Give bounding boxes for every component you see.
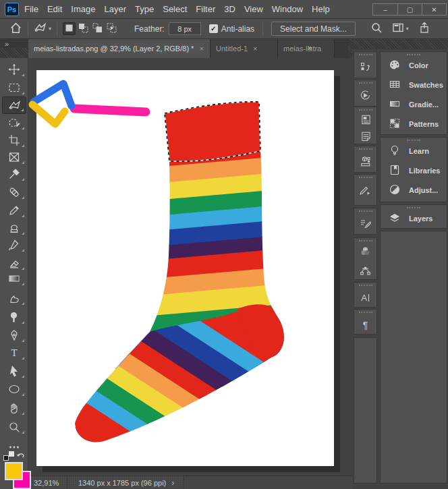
zoom-level-field[interactable]: 32,91% (28, 476, 67, 489)
menu-3d[interactable]: 3D (224, 4, 235, 14)
type-tool[interactable]: T (2, 344, 26, 362)
paragraph-icon: ¶ (354, 313, 376, 336)
pencil-tool[interactable] (2, 202, 26, 219)
panel-label: Gradie... (409, 100, 439, 109)
subtract-from-selection-icon (92, 23, 103, 35)
clone-stamp-tool[interactable] (2, 219, 26, 237)
zoom-tool[interactable] (2, 418, 26, 436)
foreground-color-swatch[interactable] (5, 462, 23, 480)
close-tab-icon[interactable]: × (199, 45, 203, 53)
history-panel-button[interactable] (354, 51, 377, 78)
subtract-from-selection-button[interactable] (91, 22, 104, 35)
canvas-pasteboard[interactable] (28, 58, 352, 476)
menu-view[interactable]: View (244, 4, 263, 14)
patterns-icon (389, 117, 401, 131)
panel-drag-texture (0, 48, 28, 58)
channels-icon[interactable] (354, 241, 376, 260)
panel-button-layers[interactable]: Layers (381, 208, 447, 228)
menu-layer[interactable]: Layer (105, 4, 127, 14)
path-selection-tool[interactable] (2, 362, 26, 380)
frame-tool[interactable] (2, 148, 26, 166)
menu-type[interactable]: Type (135, 4, 154, 14)
select-and-mask-button[interactable]: Select and Mask... (271, 22, 356, 36)
search-icon (370, 22, 383, 36)
minimize-button[interactable]: – (373, 4, 397, 15)
eyedropper-tool[interactable] (2, 165, 26, 183)
active-tool-preset[interactable]: ▾ (34, 22, 51, 36)
dodge-tool[interactable] (2, 308, 26, 326)
intersect-selection-button[interactable] (105, 22, 118, 35)
panel-button-color[interactable]: Color (381, 55, 447, 75)
add-to-selection-icon (78, 23, 88, 35)
sock-image (36, 70, 334, 466)
panel-label: Learn (409, 147, 429, 155)
paths-icon[interactable] (354, 260, 376, 279)
add-to-selection-button[interactable] (77, 22, 90, 35)
menu-window[interactable]: Window (272, 4, 303, 14)
brushes-panel-button[interactable] (354, 208, 377, 235)
pen-tool[interactable] (2, 326, 26, 344)
character-panel-button[interactable]: A (354, 282, 377, 308)
actions-panel-button[interactable] (354, 80, 377, 107)
properties-icon[interactable] (354, 111, 376, 127)
tab-meias-listra[interactable]: meias-listra (278, 39, 335, 58)
menu-filter[interactable]: Filter (196, 4, 215, 14)
history-brush-tool[interactable] (2, 236, 26, 254)
tab-overflow-icon[interactable]: » (308, 43, 311, 53)
object-selection-tool[interactable] (2, 114, 26, 132)
antialias-checkbox[interactable]: ✓ (209, 24, 218, 33)
workspace-button[interactable]: ▾ (392, 22, 409, 36)
expand-tools-icon[interactable]: » (5, 40, 7, 48)
crop-tool[interactable] (2, 132, 26, 149)
marquee-tool[interactable] (2, 79, 26, 96)
home-button[interactable] (9, 22, 22, 36)
panel-label: Adjust... (409, 186, 438, 194)
panel-button-libraries[interactable]: Libraries (381, 161, 447, 180)
notes-icon[interactable] (354, 127, 376, 144)
menu-select[interactable]: Select (163, 4, 187, 14)
tab-meias-listradas[interactable]: meias-listradas.png @ 32,9% (Layer 2, RG… (28, 39, 211, 58)
home-icon (9, 22, 22, 36)
menu-file[interactable]: File (24, 4, 38, 14)
swatches-icon (389, 78, 401, 92)
panel-button-swatches[interactable]: Swatches (381, 75, 447, 94)
panel-button-adjustments[interactable]: Adjust... (381, 180, 447, 200)
panel-button-learn[interactable]: Learn (381, 141, 447, 161)
gradient-tool[interactable] (2, 270, 26, 287)
close-button[interactable]: ✕ (422, 4, 446, 15)
maximize-button[interactable]: ▢ (397, 4, 422, 15)
search-button[interactable] (370, 22, 383, 36)
panel-button-gradients[interactable]: Gradie... (381, 94, 447, 114)
document-canvas[interactable] (36, 70, 334, 466)
smudge-tool[interactable] (2, 289, 26, 307)
hand-tool[interactable] (2, 399, 26, 417)
close-tab-icon[interactable]: × (253, 45, 257, 53)
svg-text:¶: ¶ (363, 319, 368, 330)
panel-group-learn: Learn Libraries Adjust... (380, 137, 447, 202)
default-colors-button[interactable] (3, 451, 14, 461)
brush-settings-panel-button[interactable] (354, 174, 377, 206)
swap-colors-button[interactable] (16, 450, 26, 462)
new-selection-button[interactable] (63, 22, 76, 35)
healing-brush-tool[interactable] (2, 183, 26, 201)
polygonal-lasso-icon (34, 22, 47, 36)
tab-untitled-1[interactable]: Untitled-1 × (211, 39, 278, 58)
tool-options-bar: ▾ Feather: ✓ Anti-alias Select and Mask.… (0, 19, 448, 39)
paragraph-panel-button[interactable]: ¶ (354, 309, 377, 335)
panel-button-patterns[interactable]: Patterns (381, 114, 447, 134)
share-button[interactable] (418, 22, 430, 36)
adjustments-icon (389, 183, 401, 197)
status-chevron-icon[interactable]: › (171, 478, 174, 488)
ellipse-tool[interactable] (2, 380, 26, 398)
intersect-selection-icon (107, 23, 117, 35)
glyphs-panel-button[interactable] (354, 146, 377, 173)
move-tool[interactable] (2, 61, 26, 78)
panel-label: Patterns (409, 120, 439, 128)
polygonal-lasso-tool[interactable] (2, 96, 26, 114)
feather-input[interactable] (169, 22, 201, 35)
menu-help[interactable]: Help (312, 4, 330, 14)
tools-panel-header: » (0, 39, 28, 58)
menu-image[interactable]: Image (71, 4, 95, 14)
well-empty-group (354, 337, 377, 484)
menu-edit[interactable]: Edit (47, 4, 62, 14)
